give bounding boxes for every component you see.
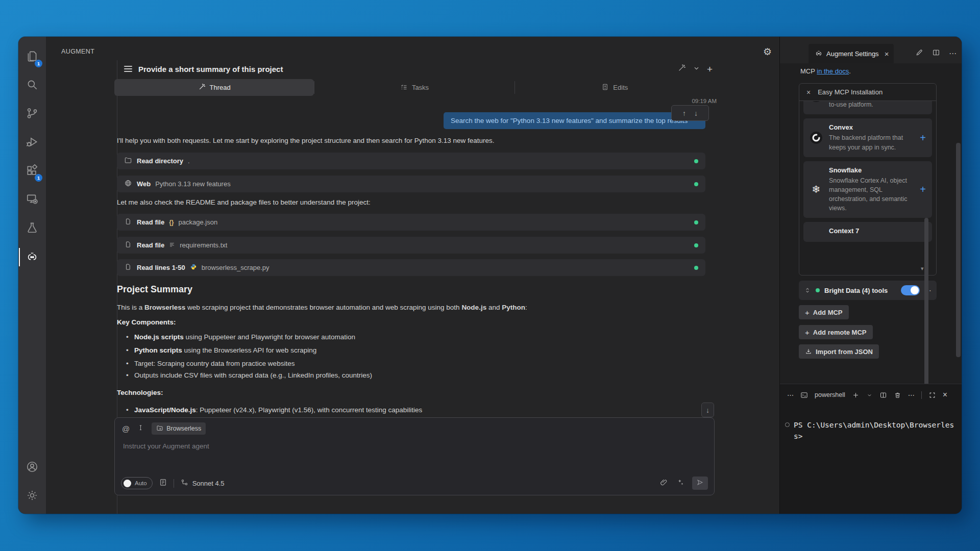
send-button[interactable] bbox=[692, 477, 708, 490]
add-mcp-plus-icon[interactable]: + bbox=[920, 184, 927, 195]
key-components-label: Key Components: bbox=[117, 318, 176, 326]
mcp-card-snowflake[interactable]: ❄ Snowflake Snowflake Cortex AI, object … bbox=[803, 161, 932, 218]
augment-settings-gear-icon[interactable]: ⚙ bbox=[763, 46, 772, 58]
tab-thread[interactable]: Thread bbox=[114, 79, 314, 96]
summary-bullet: Outputs include CSV files with scraped d… bbox=[134, 371, 696, 379]
terminal-shell-name[interactable]: powershell bbox=[815, 391, 845, 398]
tool-action: Read directory bbox=[137, 157, 183, 165]
docs-link[interactable]: in the docs bbox=[817, 67, 849, 75]
debug-icon bbox=[26, 135, 39, 151]
add-mcp-plus-icon[interactable]: + bbox=[920, 132, 927, 144]
terminal-prompt-line1: PS C:\Users\admin\Desktop\Browserles bbox=[794, 420, 954, 431]
editor-scrollbar[interactable] bbox=[956, 143, 961, 357]
convex-logo-icon bbox=[808, 131, 824, 144]
context-chip-label: Browserless bbox=[166, 425, 201, 432]
pencil-icon[interactable] bbox=[915, 48, 923, 59]
activity-account[interactable] bbox=[18, 454, 46, 482]
text-cursor-icon[interactable] bbox=[137, 424, 144, 434]
activity-explorer[interactable]: 1 bbox=[18, 43, 46, 71]
maximize-panel-icon[interactable] bbox=[928, 391, 936, 399]
auto-toggle-label: Auto bbox=[135, 480, 147, 486]
editor-actions: ⋯ bbox=[915, 44, 957, 63]
activity-settings[interactable] bbox=[18, 482, 46, 511]
context-chip-browserless[interactable]: Browserless bbox=[152, 422, 206, 435]
new-terminal-icon[interactable] bbox=[852, 391, 860, 399]
mention-icon[interactable]: @ bbox=[122, 424, 130, 433]
tab-augment-settings[interactable]: Augment Settings × bbox=[808, 44, 894, 63]
model-icon bbox=[180, 478, 189, 488]
send-icon bbox=[696, 479, 704, 488]
thread-menu-icon[interactable] bbox=[124, 66, 132, 72]
sparkles-icon[interactable] bbox=[676, 478, 684, 489]
installed-mcp-bright-data[interactable]: Bright Data (4) tools ⋯ bbox=[799, 281, 937, 300]
summary-heading: Project Summary bbox=[117, 284, 192, 295]
auto-toggle-knob bbox=[124, 480, 131, 487]
kill-terminal-icon[interactable] bbox=[894, 391, 901, 399]
scroll-to-bottom-button[interactable]: ↓ bbox=[701, 403, 714, 417]
success-dot bbox=[694, 182, 698, 186]
import-from-json-button[interactable]: Import from JSON bbox=[799, 344, 879, 359]
prev-message-arrow-icon[interactable]: ↑ bbox=[682, 109, 686, 117]
globe-icon bbox=[124, 179, 132, 189]
tool-call-read-lines[interactable]: Read lines 1-50 browserless_scrape.py bbox=[117, 259, 705, 276]
split-editor-icon[interactable] bbox=[932, 48, 940, 59]
drag-handle-icon[interactable] bbox=[804, 287, 811, 294]
close-tab-icon[interactable]: × bbox=[885, 49, 889, 58]
terminal-views-icon[interactable]: ⋯ bbox=[908, 391, 915, 399]
terminal-content[interactable]: PS C:\Users\admin\Desktop\Browserles s> bbox=[780, 406, 962, 442]
down-arrow-icon: ↓ bbox=[706, 406, 709, 414]
activity-testing[interactable] bbox=[18, 214, 46, 243]
activity-augment[interactable] bbox=[18, 243, 46, 271]
activity-source-control[interactable] bbox=[18, 100, 46, 129]
tool-call-read-requirements[interactable]: Read file requirements.txt bbox=[117, 237, 705, 254]
close-section-icon[interactable]: × bbox=[806, 88, 811, 96]
model-selector[interactable]: Sonnet 4.5 bbox=[180, 478, 225, 488]
composer-input[interactable]: Instruct your Augment agent bbox=[123, 442, 209, 450]
tool-call-web-search[interactable]: Web Python 3.13 new features bbox=[117, 176, 705, 192]
folder-icon bbox=[124, 156, 132, 166]
attach-icon[interactable] bbox=[659, 478, 668, 489]
tool-action: Read file bbox=[137, 241, 164, 249]
chevron-down-icon[interactable] bbox=[692, 64, 701, 74]
mcp-enabled-toggle[interactable] bbox=[901, 285, 920, 295]
search-icon bbox=[26, 78, 39, 93]
tab-edits[interactable]: Edits bbox=[515, 79, 715, 96]
next-message-arrow-icon[interactable]: ↓ bbox=[694, 109, 698, 117]
split-terminal-icon[interactable] bbox=[879, 391, 887, 399]
terminal-more-icon[interactable]: ⋯ bbox=[787, 391, 794, 399]
mcp-card-convex[interactable]: Convex The backend platform that keeps y… bbox=[803, 118, 932, 157]
tool-call-read-package-json[interactable]: Read file {} package.json bbox=[117, 214, 705, 231]
scroll-down-triangle-icon[interactable]: ▾ bbox=[921, 265, 924, 272]
explorer-badge: 1 bbox=[35, 60, 42, 67]
terminal-dropdown-icon[interactable] bbox=[866, 391, 873, 399]
augment-robot-icon bbox=[26, 249, 39, 265]
more-actions-icon[interactable]: ⋯ bbox=[949, 49, 957, 58]
activity-remote-explorer[interactable] bbox=[18, 186, 46, 214]
tab-tasks[interactable]: Tasks bbox=[314, 79, 514, 96]
file-edits-icon bbox=[601, 83, 609, 92]
mcp-card-description: from servers to observability with a sin… bbox=[829, 101, 911, 109]
wand-icon bbox=[198, 83, 206, 92]
magic-wand-icon[interactable] bbox=[677, 64, 686, 74]
auto-mode-toggle[interactable]: Auto bbox=[121, 477, 153, 489]
activity-run-debug[interactable] bbox=[18, 129, 46, 157]
mcp-card-context7[interactable]: Context 7 bbox=[803, 222, 932, 242]
tool-call-read-directory[interactable]: Read directory . bbox=[117, 153, 705, 169]
composer-context-row: @ Browserless bbox=[122, 422, 206, 435]
guidelines-icon[interactable] bbox=[159, 478, 167, 489]
summary-bullet: Node.js scripts using Puppeteer and Play… bbox=[134, 333, 696, 341]
add-mcp-button[interactable]: + Add MCP bbox=[799, 305, 849, 319]
command-decoration-icon bbox=[785, 422, 790, 427]
mcp-card-partial[interactable]: from servers to observability with a sin… bbox=[803, 101, 932, 114]
new-thread-button[interactable]: + bbox=[707, 64, 713, 74]
add-remote-mcp-button[interactable]: + Add remote MCP bbox=[799, 325, 873, 339]
terminal-prompt-line2: s> bbox=[794, 431, 954, 442]
webview-scrollbar[interactable] bbox=[924, 218, 928, 403]
summary-intro: This is a Browserless web scraping proje… bbox=[117, 304, 709, 311]
tool-target: package.json bbox=[179, 218, 218, 226]
activity-extensions[interactable]: 1 bbox=[18, 157, 46, 186]
close-panel-icon[interactable]: × bbox=[943, 390, 947, 399]
thread-title: Provide a short summary of this project bbox=[138, 65, 283, 73]
activity-search[interactable] bbox=[18, 71, 46, 100]
tool-target: . bbox=[188, 157, 190, 165]
